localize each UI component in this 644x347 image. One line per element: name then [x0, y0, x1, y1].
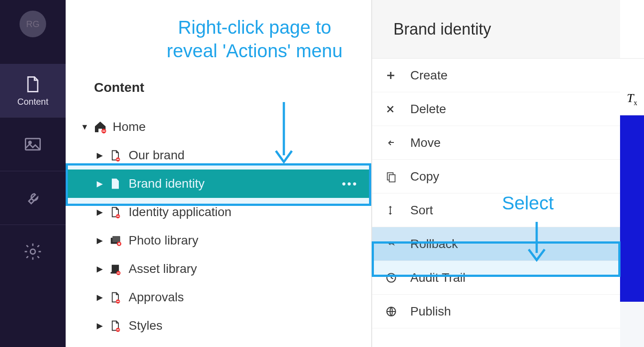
editor-right-strip: Tx — [620, 0, 644, 347]
page-icon — [109, 206, 129, 218]
plus-icon — [385, 70, 410, 81]
action-label: Sort — [410, 203, 433, 217]
action-publish[interactable]: Publish — [372, 295, 620, 328]
sort-icon — [385, 205, 410, 216]
action-label: Audit Trail — [410, 271, 466, 285]
svg-rect-12 — [112, 265, 119, 272]
svg-rect-10 — [113, 236, 121, 242]
action-rollback[interactable]: Rollback — [372, 227, 620, 261]
action-audit-trail[interactable]: Audit Trail — [372, 261, 620, 295]
tree-item-label: Our brand — [129, 148, 371, 162]
action-create[interactable]: Create — [372, 59, 620, 92]
action-label: Delete — [410, 102, 446, 116]
svg-rect-4 — [102, 130, 106, 131]
tree-item-label: Approvals — [129, 290, 371, 304]
copy-icon — [385, 171, 410, 182]
page-icon — [109, 177, 129, 190]
svg-point-1 — [29, 142, 31, 144]
gear-icon — [23, 242, 43, 261]
svg-rect-15 — [117, 273, 120, 274]
library-icon — [109, 263, 129, 275]
tree-item[interactable]: ▶ Approvals — [66, 283, 371, 312]
action-label: Rollback — [410, 237, 458, 251]
tree-item-label: Photo library — [129, 233, 371, 248]
content-panel-title: Content — [66, 0, 371, 95]
svg-rect-21 — [389, 174, 395, 181]
svg-rect-6 — [117, 159, 119, 160]
rail-item-label: Content — [17, 97, 48, 107]
expand-icon[interactable]: ▶ — [97, 292, 106, 302]
clear-formatting-icon[interactable]: Tx — [627, 91, 637, 107]
clock-icon — [385, 272, 410, 284]
svg-rect-17 — [117, 301, 119, 302]
collapse-icon[interactable]: ▼ — [81, 122, 90, 132]
action-sort[interactable]: Sort — [372, 193, 620, 227]
expand-icon[interactable]: ▶ — [97, 150, 106, 160]
undo-icon — [385, 239, 410, 249]
expand-icon[interactable]: ▶ — [97, 264, 106, 274]
action-copy[interactable]: Copy — [372, 160, 620, 193]
svg-rect-19 — [117, 330, 119, 331]
home-icon — [93, 120, 113, 134]
move-icon — [385, 138, 410, 148]
expand-icon[interactable]: ▶ — [97, 207, 106, 217]
tree-item-selected[interactable]: ▶ Brand identity ••• — [66, 170, 371, 198]
content-panel: Content ▼ Home ▶ Our brand ▶ Bran — [66, 0, 372, 347]
action-label: Publish — [410, 304, 451, 319]
tree-item[interactable]: ▶ Asset library — [66, 255, 371, 283]
actions-panel-title: Brand identity — [372, 0, 620, 59]
action-move[interactable]: Move — [372, 126, 620, 160]
page-icon — [109, 319, 129, 332]
page-icon — [109, 291, 129, 304]
rail-item-settings[interactable] — [0, 225, 66, 278]
expand-icon[interactable]: ▶ — [97, 236, 106, 245]
action-label: Copy — [410, 170, 439, 184]
image-icon — [23, 134, 43, 154]
app-rail: RG Content — [0, 0, 66, 347]
tree-item-label: Asset library — [129, 262, 371, 276]
user-avatar[interactable]: RG — [20, 11, 46, 37]
actions-panel: Brand identity Create Delete Move Copy S… — [372, 0, 620, 347]
photos-icon — [109, 234, 129, 247]
content-tree: ▼ Home ▶ Our brand ▶ Brand identity ••• — [66, 113, 371, 340]
page-icon — [23, 75, 43, 94]
tree-item-label: Styles — [129, 319, 371, 333]
editor-preview-block — [620, 115, 644, 302]
globe-icon — [385, 306, 410, 317]
tree-item[interactable]: ▶ Identity application — [66, 198, 371, 226]
tree-item[interactable]: ▶ Our brand — [66, 141, 371, 170]
tree-item-label: Identity application — [129, 205, 371, 219]
tree-item-label: Brand identity — [129, 177, 342, 191]
rail-item-media[interactable] — [0, 118, 66, 171]
action-delete[interactable]: Delete — [372, 92, 620, 126]
avatar-initials: RG — [26, 19, 39, 29]
close-icon — [385, 104, 410, 114]
tree-item-label: Home — [113, 120, 371, 134]
wrench-icon — [23, 188, 43, 208]
action-label: Create — [410, 68, 448, 83]
tree-item-home[interactable]: ▼ Home — [66, 113, 371, 141]
svg-point-2 — [31, 249, 35, 254]
expand-icon[interactable]: ▶ — [97, 179, 106, 189]
action-label: Move — [410, 136, 440, 150]
rail-item-tools[interactable] — [0, 171, 66, 225]
svg-rect-8 — [117, 216, 119, 217]
tree-item[interactable]: ▶ Styles — [66, 312, 371, 340]
expand-icon[interactable]: ▶ — [97, 321, 106, 331]
rail-item-content[interactable]: Content — [0, 64, 66, 117]
more-actions-icon[interactable]: ••• — [342, 177, 358, 191]
page-icon — [109, 149, 129, 162]
tree-item[interactable]: ▶ Photo library — [66, 226, 371, 255]
